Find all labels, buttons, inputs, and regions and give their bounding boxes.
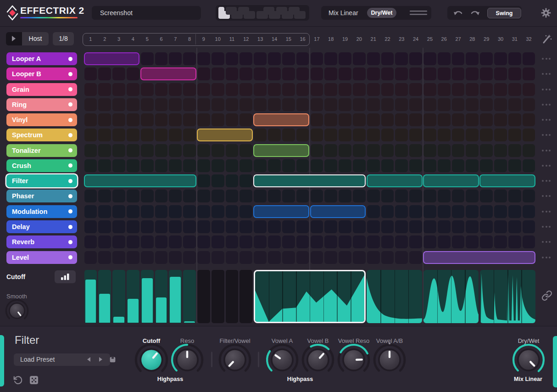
grid-cell[interactable] bbox=[523, 98, 535, 111]
grid-cell[interactable] bbox=[395, 113, 408, 126]
grid-cell[interactable] bbox=[169, 113, 182, 126]
grid-cell[interactable] bbox=[494, 159, 507, 172]
grid-cell[interactable] bbox=[381, 67, 394, 80]
undo-icon[interactable] bbox=[453, 9, 463, 17]
grid-cell[interactable] bbox=[268, 98, 281, 111]
track-crush[interactable]: Crush bbox=[6, 159, 77, 172]
grid-cell[interactable] bbox=[523, 144, 535, 157]
grid-cell[interactable] bbox=[240, 52, 252, 65]
grid-cell[interactable] bbox=[98, 98, 111, 111]
row-options-button[interactable] bbox=[542, 165, 553, 167]
grid-cell[interactable] bbox=[423, 98, 436, 111]
grid-cell[interactable] bbox=[183, 205, 196, 218]
track-enable-dot[interactable] bbox=[68, 240, 72, 244]
grid-cell[interactable] bbox=[155, 220, 168, 233]
grid-cell[interactable] bbox=[494, 67, 507, 80]
grid-cell[interactable] bbox=[381, 113, 394, 126]
swing-button[interactable]: Swing bbox=[487, 8, 521, 18]
grid-cell[interactable] bbox=[395, 205, 408, 218]
grid-cell[interactable] bbox=[127, 83, 139, 96]
grid-cell[interactable] bbox=[423, 113, 436, 126]
grid-cell[interactable] bbox=[324, 83, 337, 96]
grid-cell[interactable] bbox=[494, 205, 507, 218]
grid-cell[interactable] bbox=[84, 98, 97, 111]
grid-cell[interactable] bbox=[268, 159, 281, 172]
grid-cell[interactable] bbox=[367, 144, 380, 157]
envelope-empty-cell[interactable] bbox=[212, 270, 224, 323]
grid-cell[interactable] bbox=[508, 205, 521, 218]
grid-cell[interactable] bbox=[494, 235, 507, 248]
grid-cell[interactable] bbox=[324, 67, 337, 80]
grid-cell[interactable] bbox=[240, 220, 252, 233]
grid-cell[interactable] bbox=[353, 67, 366, 80]
row-options-button[interactable] bbox=[542, 104, 553, 106]
track-level[interactable]: Level bbox=[6, 251, 77, 264]
grid-cell[interactable] bbox=[381, 83, 394, 96]
grid-cell[interactable] bbox=[339, 235, 351, 248]
grid-cell[interactable] bbox=[324, 251, 337, 264]
grid-cell[interactable] bbox=[226, 113, 239, 126]
grid-cell[interactable] bbox=[240, 67, 252, 80]
pattern-key[interactable] bbox=[226, 7, 237, 15]
grid-cell[interactable] bbox=[438, 113, 451, 126]
grid-cell[interactable] bbox=[212, 98, 224, 111]
grid-cell[interactable] bbox=[523, 190, 535, 202]
grid-cell[interactable] bbox=[141, 83, 154, 96]
grid-cell[interactable] bbox=[353, 190, 366, 202]
grid-cell[interactable] bbox=[141, 251, 154, 264]
grid-cell[interactable] bbox=[480, 83, 493, 96]
grid-cell[interactable] bbox=[240, 235, 252, 248]
track-grain[interactable]: Grain bbox=[6, 83, 77, 96]
grid-cell[interactable] bbox=[381, 52, 394, 65]
grid-cell[interactable] bbox=[127, 190, 139, 202]
grid-cell[interactable] bbox=[494, 129, 507, 141]
grid-cell[interactable] bbox=[226, 235, 239, 248]
grid-cell[interactable] bbox=[324, 98, 337, 111]
grid-cell[interactable] bbox=[197, 205, 210, 218]
grid-cell[interactable] bbox=[169, 144, 182, 157]
drywet-toggle[interactable]: Dry/Wet bbox=[367, 8, 396, 18]
grid-cell[interactable] bbox=[296, 235, 309, 248]
grid-cell[interactable] bbox=[395, 67, 408, 80]
grid-cell[interactable] bbox=[112, 235, 125, 248]
envelope-segment[interactable] bbox=[480, 270, 535, 323]
preset-selector[interactable]: Screenshot bbox=[92, 6, 201, 20]
grid-cell[interactable] bbox=[155, 52, 168, 65]
effect-block[interactable] bbox=[84, 174, 196, 187]
grid-cell[interactable] bbox=[127, 159, 139, 172]
track-enable-dot[interactable] bbox=[68, 225, 72, 229]
track-enable-dot[interactable] bbox=[68, 72, 72, 76]
track-phaser[interactable]: Phaser bbox=[6, 190, 77, 202]
grid-cell[interactable] bbox=[155, 98, 168, 111]
grid-cell[interactable] bbox=[282, 129, 295, 141]
grid-cell[interactable] bbox=[84, 159, 97, 172]
grid-cell[interactable] bbox=[438, 190, 451, 202]
grid-cell[interactable] bbox=[324, 235, 337, 248]
grid-cell[interactable] bbox=[508, 98, 521, 111]
track-looper-a[interactable]: Looper A bbox=[6, 52, 77, 65]
grid-cell[interactable] bbox=[409, 129, 422, 141]
grid-cell[interactable] bbox=[141, 220, 154, 233]
effect-block[interactable] bbox=[253, 205, 309, 218]
grid-cell[interactable] bbox=[452, 144, 465, 157]
grid-cell[interactable] bbox=[353, 113, 366, 126]
grid-cell[interactable] bbox=[84, 205, 97, 218]
grid-cell[interactable] bbox=[438, 205, 451, 218]
grid-cell[interactable] bbox=[395, 251, 408, 264]
grid-cell[interactable] bbox=[508, 129, 521, 141]
grid-cell[interactable] bbox=[438, 129, 451, 141]
grid-cell[interactable] bbox=[296, 98, 309, 111]
grid-cell[interactable] bbox=[409, 98, 422, 111]
grid-cell[interactable] bbox=[254, 190, 267, 202]
vowel-b-knob[interactable] bbox=[300, 342, 336, 378]
grid-cell[interactable] bbox=[240, 98, 252, 111]
grid-cell[interactable] bbox=[240, 113, 252, 126]
envelope-bar-cell[interactable] bbox=[169, 270, 182, 323]
envelope-empty-cell[interactable] bbox=[197, 270, 210, 323]
grid-cell[interactable] bbox=[423, 205, 436, 218]
effect-preset-next-icon[interactable] bbox=[99, 357, 102, 362]
grid-cell[interactable] bbox=[212, 251, 224, 264]
track-modulation[interactable]: Modulation bbox=[6, 205, 77, 218]
grid-cell[interactable] bbox=[367, 235, 380, 248]
grid-cell[interactable] bbox=[98, 251, 111, 264]
